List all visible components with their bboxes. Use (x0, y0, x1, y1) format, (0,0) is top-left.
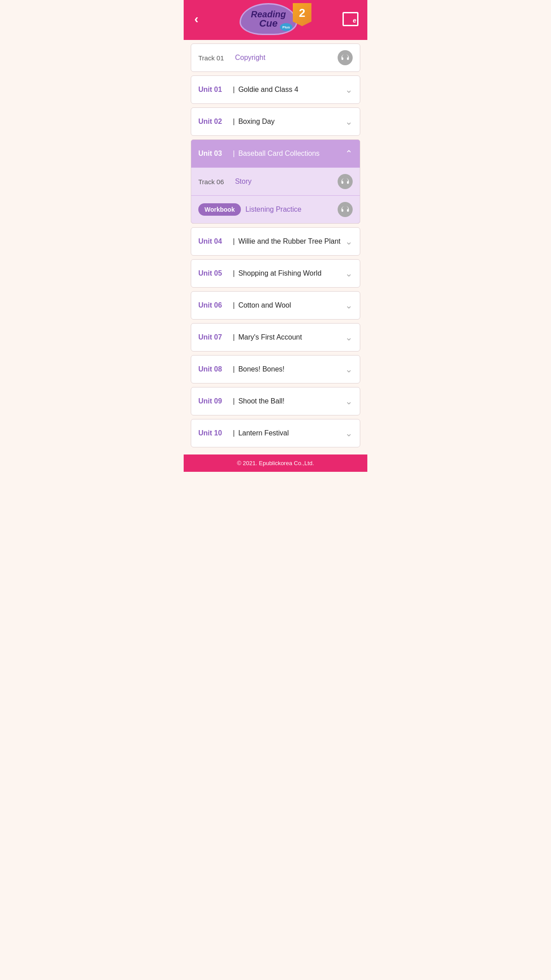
unit-07-label: Unit 07 (198, 333, 229, 341)
logo-container: Reading Cue Plus 2 (240, 3, 311, 35)
unit-01-divider: | (233, 86, 235, 94)
ebook-icon (342, 12, 358, 26)
unit-04-item: Unit 04 | Willie and the Rubber Tree Pla… (191, 227, 360, 256)
unit-09-item: Unit 09 | Shoot the Ball! ⌄ (191, 387, 360, 415)
content-list: Track 01 Copyright Unit 01 | Goldie and … (184, 40, 367, 454)
headphone-icon (341, 53, 350, 62)
unit-06-row[interactable]: Unit 06 | Cotton and Wool ⌄ (191, 292, 360, 319)
unit-03-divider: | (233, 150, 235, 158)
unit-04-title: Willie and the Rubber Tree Plant (238, 237, 345, 245)
unit-03-label: Unit 03 (198, 150, 229, 158)
unit-03-track06-label: Track 06 (198, 178, 224, 186)
back-button[interactable]: ‹ (191, 10, 202, 28)
track-01-audio-button[interactable] (338, 50, 353, 65)
unit-09-row[interactable]: Unit 09 | Shoot the Ball! ⌄ (191, 387, 360, 415)
unit-03-track06-row[interactable]: Track 06 Story (191, 167, 360, 195)
unit-09-title: Shoot the Ball! (238, 397, 345, 405)
unit-02-divider: | (233, 118, 235, 126)
unit-10-item: Unit 10 | Lantern Festival ⌄ (191, 419, 360, 447)
track-01-row[interactable]: Track 01 Copyright (191, 44, 360, 71)
unit-06-chevron: ⌄ (345, 300, 353, 311)
track-01-label: Track 01 (198, 54, 224, 62)
unit-09-chevron: ⌄ (345, 396, 353, 407)
unit-03-track06-divider (228, 178, 232, 186)
level-number: 2 (299, 6, 305, 20)
unit-09-divider: | (233, 397, 235, 405)
unit-02-chevron: ⌄ (345, 116, 353, 127)
unit-01-label: Unit 01 (198, 86, 229, 94)
unit-06-title: Cotton and Wool (238, 301, 345, 309)
unit-03-workbook-row[interactable]: Workbook Listening Practice (191, 195, 360, 223)
unit-05-chevron: ⌄ (345, 268, 353, 279)
unit-01-row[interactable]: Unit 01 | Goldie and Class 4 ⌄ (191, 76, 360, 103)
unit-03-title: Baseball Card Collections (238, 150, 345, 158)
unit-06-divider: | (233, 301, 235, 309)
ebook-button[interactable] (341, 10, 360, 28)
unit-08-divider: | (233, 365, 235, 373)
unit-05-row[interactable]: Unit 05 | Shopping at Fishing World ⌄ (191, 260, 360, 287)
unit-10-chevron: ⌄ (345, 428, 353, 439)
unit-10-label: Unit 10 (198, 429, 229, 437)
unit-05-item: Unit 05 | Shopping at Fishing World ⌄ (191, 259, 360, 288)
unit-03-track06-title: Story (235, 178, 338, 186)
unit-03-story-audio-button[interactable] (338, 174, 353, 189)
unit-04-chevron: ⌄ (345, 236, 353, 247)
unit-07-item: Unit 07 | Mary's First Account ⌄ (191, 323, 360, 352)
logo-cue-text: Cue (259, 19, 278, 28)
logo-badge: Reading Cue Plus (240, 3, 297, 35)
level-badge: 2 (293, 3, 311, 26)
unit-01-item: Unit 01 | Goldie and Class 4 ⌄ (191, 75, 360, 104)
unit-08-row[interactable]: Unit 08 | Bones! Bones! ⌄ (191, 356, 360, 383)
unit-03-listening-title: Listening Practice (245, 205, 338, 213)
unit-06-label: Unit 06 (198, 301, 229, 309)
unit-08-title: Bones! Bones! (238, 365, 345, 373)
unit-02-label: Unit 02 (198, 118, 229, 126)
unit-04-row[interactable]: Unit 04 | Willie and the Rubber Tree Pla… (191, 228, 360, 255)
logo-plus-badge: Plus (280, 23, 292, 31)
unit-08-item: Unit 08 | Bones! Bones! ⌄ (191, 355, 360, 383)
unit-10-row[interactable]: Unit 10 | Lantern Festival ⌄ (191, 419, 360, 447)
unit-05-title: Shopping at Fishing World (238, 269, 345, 277)
headphone-icon-listening (341, 205, 350, 214)
unit-07-row[interactable]: Unit 07 | Mary's First Account ⌄ (191, 324, 360, 351)
unit-03-row[interactable]: Unit 03 | Baseball Card Collections ⌃ (191, 140, 360, 167)
headphone-icon-story (341, 177, 350, 186)
unit-01-title: Goldie and Class 4 (238, 86, 345, 94)
unit-07-chevron: ⌄ (345, 332, 353, 343)
unit-07-title: Mary's First Account (238, 333, 345, 341)
footer-text: © 2021. Epublickorea Co.,Ltd. (237, 460, 314, 466)
unit-02-row[interactable]: Unit 02 | Boxing Day ⌄ (191, 108, 360, 135)
track-01-item: Track 01 Copyright (191, 43, 360, 72)
unit-07-divider: | (233, 333, 235, 341)
unit-05-divider: | (233, 269, 235, 277)
unit-03-item: Unit 03 | Baseball Card Collections ⌃ Tr… (191, 139, 360, 224)
unit-08-label: Unit 08 (198, 365, 229, 373)
unit-05-label: Unit 05 (198, 269, 229, 277)
unit-09-label: Unit 09 (198, 397, 229, 405)
unit-08-chevron: ⌄ (345, 364, 353, 375)
track-01-title: Copyright (235, 54, 338, 62)
unit-04-label: Unit 04 (198, 237, 229, 245)
app-footer: © 2021. Epublickorea Co.,Ltd. (184, 454, 367, 472)
unit-10-title: Lantern Festival (238, 429, 345, 437)
unit-04-divider: | (233, 237, 235, 245)
workbook-badge: Workbook (198, 203, 241, 216)
unit-03-listening-audio-button[interactable] (338, 202, 353, 217)
unit-03-chevron: ⌃ (345, 148, 353, 159)
unit-01-chevron: ⌄ (345, 84, 353, 95)
track-01-divider (228, 54, 232, 62)
unit-06-item: Unit 06 | Cotton and Wool ⌄ (191, 291, 360, 320)
unit-02-title: Boxing Day (238, 118, 345, 126)
unit-02-item: Unit 02 | Boxing Day ⌄ (191, 107, 360, 136)
unit-10-divider: | (233, 429, 235, 437)
logo-reading-text: Reading (251, 10, 286, 19)
app-header: ‹ Reading Cue Plus 2 (184, 0, 367, 40)
